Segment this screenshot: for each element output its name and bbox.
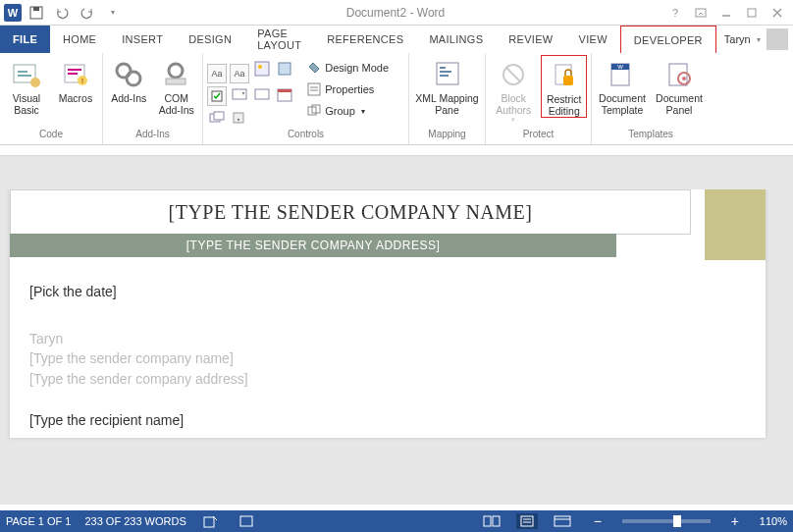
sender-company-address-field[interactable]: [TYPE THE SENDER COMPANY ADDRESS] <box>10 234 616 257</box>
design-mode-label: Design Mode <box>325 62 389 74</box>
svg-rect-39 <box>440 75 449 77</box>
svg-rect-8 <box>18 71 27 73</box>
design-mode-button[interactable]: Design Mode <box>304 57 391 79</box>
svg-rect-20 <box>255 62 269 76</box>
letterhead-swatch <box>705 189 766 260</box>
sender-company-body-field[interactable]: [Type the sender company name] <box>29 348 746 368</box>
zoom-slider[interactable] <box>622 519 711 523</box>
date-picker-control-icon[interactable] <box>275 85 294 105</box>
svg-rect-25 <box>255 89 269 99</box>
chevron-down-icon: ▾ <box>361 107 365 116</box>
properties-button[interactable]: Properties <box>304 79 391 100</box>
zoom-in-icon[interactable]: + <box>724 513 746 529</box>
svg-rect-27 <box>278 89 291 92</box>
group-button[interactable]: Group▾ <box>304 100 391 122</box>
restrict-editing-button[interactable]: Restrict Editing <box>541 55 587 118</box>
svg-rect-31 <box>308 83 320 95</box>
visual-basic-label: Visual Basic <box>13 92 40 116</box>
rich-text-control-icon[interactable]: Aa <box>207 64 227 83</box>
legacy-tools-icon[interactable] <box>230 108 249 128</box>
redo-icon[interactable] <box>77 2 98 24</box>
undo-icon[interactable] <box>51 2 73 24</box>
checkbox-control-icon[interactable] <box>207 86 227 106</box>
save-icon[interactable] <box>26 2 47 24</box>
svg-rect-51 <box>240 516 252 526</box>
svg-rect-4 <box>748 9 756 17</box>
svg-point-18 <box>169 64 183 78</box>
status-page[interactable]: PAGE 1 OF 1 <box>6 515 71 527</box>
maximize-icon[interactable] <box>740 3 764 23</box>
sender-name-field[interactable]: Taryn <box>29 329 746 348</box>
avatar[interactable] <box>767 28 788 50</box>
group-label: Group <box>325 105 355 117</box>
user-name[interactable]: Taryn <box>724 33 751 45</box>
document-page[interactable]: [TYPE THE SENDER COMPANY NAME] [TYPE THE… <box>10 189 766 438</box>
tab-design[interactable]: DESIGN <box>176 26 244 53</box>
group-label-templates: Templates <box>596 129 706 144</box>
macro-recording-icon[interactable] <box>236 513 257 529</box>
tab-view[interactable]: VIEW <box>566 26 620 53</box>
visual-basic-button[interactable]: Visual Basic <box>4 55 49 116</box>
restrict-editing-icon <box>549 60 580 91</box>
read-mode-icon[interactable] <box>481 513 502 529</box>
tab-mailings[interactable]: MAILINGS <box>416 26 496 53</box>
building-block-control-icon[interactable] <box>275 59 294 79</box>
help-icon[interactable]: ? <box>663 3 687 23</box>
block-authors-icon <box>498 59 529 90</box>
document-template-button[interactable]: W Document Template <box>596 55 649 116</box>
group-label-mapping: Mapping <box>413 129 481 144</box>
window-title: Document2 - Word <box>128 6 663 20</box>
dropdown-control-icon[interactable] <box>252 85 272 105</box>
addins-label: Add-Ins <box>111 92 146 104</box>
svg-rect-57 <box>555 516 570 526</box>
macros-button[interactable]: ! Macros <box>53 55 98 104</box>
zoom-level[interactable]: 110% <box>760 515 787 527</box>
tab-developer[interactable]: DEVELOPER <box>620 26 716 53</box>
combo-box-control-icon[interactable] <box>230 85 249 105</box>
tab-insert[interactable]: INSERT <box>109 26 176 53</box>
document-panel-button[interactable]: Document Panel <box>653 55 706 116</box>
proofing-icon[interactable] <box>200 513 222 529</box>
block-authors-button: Block Authors ▾ <box>490 55 537 124</box>
sender-company-name-field[interactable]: [TYPE THE SENDER COMPANY NAME] <box>10 189 691 235</box>
com-addins-button[interactable]: COM Add-Ins <box>155 55 199 116</box>
ribbon-options-icon[interactable] <box>689 3 713 23</box>
svg-rect-38 <box>440 71 451 73</box>
xml-mapping-pane-button[interactable]: XML Mapping Pane <box>413 55 481 116</box>
tab-page-layout[interactable]: PAGE LAYOUT <box>244 26 314 53</box>
sender-address-body-field[interactable]: [Type the sender company address] <box>29 369 746 389</box>
group-label-protect: Protect <box>490 129 587 144</box>
status-words[interactable]: 233 OF 233 WORDS <box>84 515 185 527</box>
picture-control-icon[interactable] <box>252 59 272 79</box>
print-layout-icon[interactable] <box>516 513 538 529</box>
design-mode-icon <box>306 60 322 76</box>
svg-rect-24 <box>233 89 246 99</box>
svg-rect-13 <box>68 73 78 75</box>
tab-references[interactable]: REFERENCES <box>314 26 416 53</box>
web-layout-icon[interactable] <box>552 513 573 529</box>
qat-customize-icon[interactable]: ▾ <box>102 2 124 24</box>
addins-button[interactable]: Add-Ins <box>107 55 151 104</box>
group-label-code: Code <box>4 129 98 144</box>
close-icon[interactable] <box>766 3 789 23</box>
svg-rect-19 <box>166 79 185 84</box>
xml-mapping-label: XML Mapping Pane <box>415 92 478 116</box>
tab-home[interactable]: HOME <box>50 26 109 53</box>
user-menu-chevron-icon[interactable]: ▾ <box>757 35 761 44</box>
tab-review[interactable]: REVIEW <box>496 26 565 53</box>
repeating-section-control-icon[interactable] <box>207 108 227 128</box>
svg-rect-1 <box>33 7 39 11</box>
minimize-icon[interactable] <box>714 3 738 23</box>
com-addins-label: COM Add-Ins <box>159 92 194 116</box>
svg-point-10 <box>30 78 40 87</box>
svg-point-17 <box>127 72 140 85</box>
svg-text:W: W <box>617 64 623 70</box>
plain-text-control-icon[interactable]: Aa <box>230 64 249 83</box>
chevron-down-icon: ▾ <box>511 116 515 124</box>
pick-date-field[interactable]: [Pick the date] <box>29 284 746 299</box>
recipient-name-field[interactable]: [Type the recipient name] <box>29 412 746 428</box>
macros-icon: ! <box>60 59 91 90</box>
zoom-out-icon[interactable]: − <box>587 513 608 529</box>
tab-file[interactable]: FILE <box>0 26 50 53</box>
document-template-icon: W <box>607 59 638 90</box>
